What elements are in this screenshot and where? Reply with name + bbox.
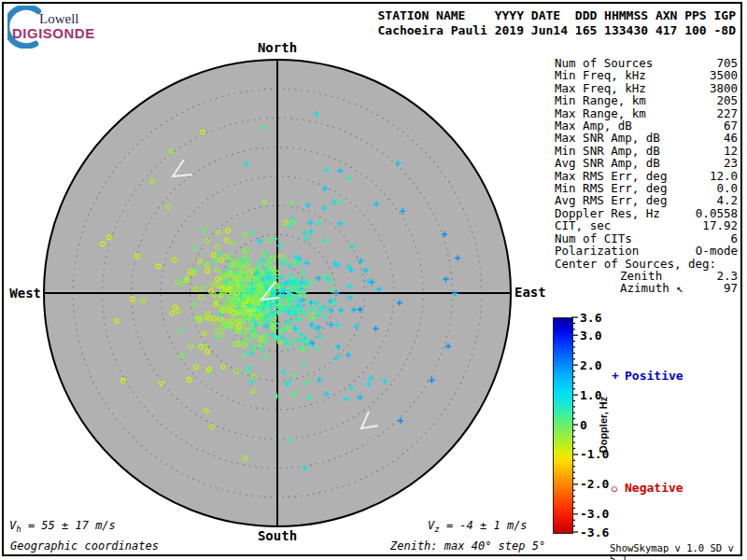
horizontal-velocity-value: Vh = 55 ± 17 m/s: [9, 519, 116, 534]
stat-row: Zenith2.3: [555, 270, 738, 282]
legend-negative-label: Negative: [625, 481, 684, 495]
compass-north-label: North: [254, 40, 301, 55]
stat-row: Max Range, km227: [555, 107, 738, 119]
vertical-velocity-value: Vz = -4 ± 1 m/s: [428, 519, 528, 534]
compass-south-label: South: [254, 528, 301, 543]
colorbar-tick-label: -3.0: [580, 507, 609, 521]
stat-row: Max Amp, dB67: [555, 119, 738, 132]
circle-symbol-icon: ○: [612, 483, 625, 494]
stat-row: PolarizationO-mode: [555, 245, 738, 257]
legend-positive: +Positive: [612, 369, 684, 383]
legend-positive-label: Positive: [625, 369, 684, 383]
colorbar-tick-label: -3.6: [580, 525, 609, 539]
stat-row: Doppler Res, Hz0.0558: [555, 207, 738, 219]
stat-row: Min Range, km205: [555, 94, 738, 106]
stats-panel: Num of Sources705Min Freq, kHz3500Max Fr…: [555, 57, 738, 295]
compass-west-label: West: [0, 286, 41, 301]
zenith-scale-note: Zenith: max 40° step 5°: [390, 539, 545, 553]
version-label: ShowSkymap v 1.0 SD v 5.1: [610, 542, 747, 560]
legend-negative: ○Negative: [612, 481, 684, 495]
stat-row: Num of CITs6: [555, 232, 738, 245]
stat-row: Max Freq, kHz3800: [555, 82, 738, 94]
showskymap-window: Lowell DIGISONDE STATION NAME YYYY DATE …: [0, 0, 747, 560]
stat-row: Max RMS Err, deg12.0: [555, 170, 738, 182]
stat-row: Min Freq, kHz3500: [555, 69, 738, 81]
stat-row: Max SNR Amp, dB46: [555, 132, 738, 144]
stat-row: Min SNR Amp, dB12: [555, 145, 738, 157]
stat-row: Azimuth ↖97: [555, 282, 738, 294]
coordinate-system-label: Geographic coordinates: [10, 539, 159, 553]
colorbar-gradient: [553, 317, 573, 534]
stat-row: Min RMS Err, deg0.0: [555, 182, 738, 194]
stat-row: Avg SNR Amp, dB23: [555, 157, 738, 169]
compass-east-label: East: [514, 285, 546, 300]
colorbar-axis-title: Doppler, Hz: [598, 369, 611, 481]
stat-row: Center of Sources, deg:: [555, 258, 738, 270]
colorbar-tick-label: 0: [580, 418, 587, 432]
colorbar-tick-label: 3.6: [580, 311, 601, 325]
plus-symbol-icon: +: [612, 369, 625, 383]
stat-row: Avg RMS Err, deg4.2: [555, 194, 738, 206]
colorbar-tick-label: 3.0: [580, 329, 601, 343]
stat-row: CIT, sec17.92: [555, 219, 738, 231]
stat-row: Num of Sources705: [555, 57, 738, 69]
